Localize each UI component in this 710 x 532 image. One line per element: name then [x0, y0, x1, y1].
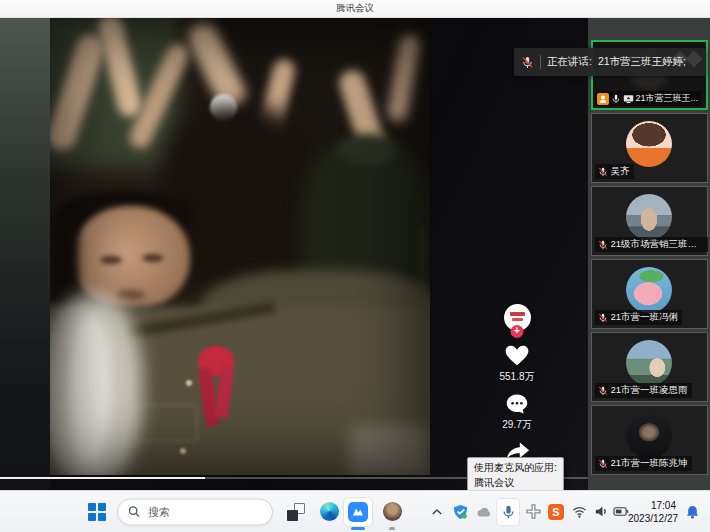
dpad-icon — [526, 504, 541, 519]
participant-name: 21市营一班陈兆坤 — [611, 457, 688, 470]
notification-bell-icon — [685, 505, 700, 519]
participant-label: 21级市场营销三班虞喜... — [595, 237, 708, 252]
participant-avatar — [626, 121, 672, 167]
pinned-app-avatar-button[interactable] — [382, 502, 402, 522]
app-avatar-icon — [383, 502, 402, 521]
tooltip-line2: 腾讯会议 — [474, 476, 557, 491]
tooltip-line1: 使用麦克风的应用: — [474, 461, 557, 476]
shared-video-content — [50, 18, 430, 475]
participant-avatar — [626, 340, 672, 386]
speaker-icon — [594, 504, 609, 519]
participant-avatar — [626, 267, 672, 313]
mic-muted-icon — [598, 167, 608, 177]
watermark — [674, 53, 700, 65]
mic-muted-icon — [598, 386, 608, 396]
windows-logo-icon — [88, 503, 106, 521]
meeting-main-area: + 551.8万 29.7万 36.4万 — [0, 18, 710, 491]
taskbar-search[interactable] — [117, 498, 273, 525]
mic-on-icon — [611, 94, 621, 104]
participant-name: 21市营三班王... — [636, 92, 699, 105]
task-view-button[interactable] — [287, 503, 305, 521]
cloud-icon — [476, 505, 492, 518]
heart-icon — [504, 344, 530, 367]
participants-sidebar: 21市营三班王... 吴齐 21级市场营销三班虞喜... — [588, 18, 710, 491]
mic-muted-icon — [521, 56, 534, 69]
battery-icon — [613, 504, 629, 519]
microphone-tray-button[interactable] — [496, 498, 520, 526]
gamebar-tray-button[interactable] — [525, 504, 541, 520]
start-button[interactable] — [86, 501, 108, 523]
search-icon — [128, 506, 140, 518]
sogou-icon: S — [548, 504, 564, 520]
divider — [540, 55, 541, 69]
participant-tile[interactable]: 21级市场营销三班虞喜... — [591, 186, 708, 256]
participant-label: 21市营一班凌思雨 — [595, 383, 692, 398]
notification-center-button[interactable] — [684, 504, 700, 520]
edge-icon — [320, 502, 339, 521]
participant-tile[interactable]: 21市营一班冯俐 — [591, 259, 708, 329]
participant-tile[interactable]: 吴齐 — [591, 113, 708, 183]
participant-name: 吴齐 — [611, 165, 630, 178]
active-app-indicator — [351, 527, 365, 530]
participant-avatar — [626, 194, 672, 240]
search-input[interactable] — [146, 505, 250, 519]
wifi-icon — [572, 505, 587, 518]
participant-status-bar: 21市营三班王... — [595, 91, 702, 106]
sogou-input-button[interactable]: S — [548, 504, 564, 520]
tencent-meeting-button[interactable] — [343, 497, 373, 527]
taskbar: S 17:04 2023/12/27 — [0, 490, 710, 532]
creator-avatar: + — [504, 304, 531, 331]
screen-sharing-icon — [623, 94, 634, 104]
participant-name: 21市营一班凌思雨 — [611, 384, 688, 397]
window-title: 腾讯会议 — [336, 2, 374, 15]
chevron-up-icon — [431, 507, 443, 517]
participant-avatar — [626, 413, 672, 459]
tray-chevron-button[interactable] — [429, 504, 445, 520]
like-count: 551.8万 — [499, 370, 534, 384]
participant-name: 21市营一班冯俐 — [611, 311, 679, 324]
security-tray-button[interactable] — [451, 503, 469, 521]
video-blur-edge — [0, 18, 50, 491]
clock-time: 17:04 — [628, 499, 676, 512]
speaking-banner: 正在讲话: 21市营三班王婷婷; — [514, 48, 706, 76]
open-app-indicator — [389, 527, 395, 530]
taskbar-clock[interactable]: 17:04 2023/12/27 — [628, 499, 676, 525]
window-titlebar: 腾讯会议 — [0, 0, 710, 18]
mic-usage-tooltip: 使用麦克风的应用: 腾讯会议 — [467, 457, 564, 494]
host-badge-icon — [597, 93, 609, 105]
mic-muted-icon — [598, 313, 608, 323]
shield-icon — [452, 504, 469, 520]
participant-label: 21市营一班冯俐 — [595, 310, 683, 325]
speaking-label: 正在讲话: — [547, 55, 592, 69]
video-progress-fill — [0, 477, 205, 479]
tencent-meeting-icon — [348, 502, 368, 522]
participant-label: 吴齐 — [595, 164, 634, 179]
microphone-icon — [501, 505, 516, 519]
participant-name: 21级市场营销三班虞喜... — [611, 238, 704, 251]
wifi-tray-button[interactable] — [571, 504, 588, 520]
comment-count: 29.7万 — [502, 418, 531, 432]
shared-screen: + 551.8万 29.7万 36.4万 — [0, 18, 588, 491]
participant-tile[interactable]: 21市营一班凌思雨 — [591, 332, 708, 402]
follow-plus-icon: + — [511, 325, 524, 338]
mic-muted-icon — [598, 459, 608, 469]
participant-tile[interactable]: 21市营一班陈兆坤 — [591, 405, 708, 475]
comment-bubble-icon — [505, 393, 529, 415]
clock-date: 2023/12/27 — [628, 512, 676, 525]
volume-tray-button[interactable] — [593, 504, 610, 520]
cloud-tray-button[interactable] — [475, 503, 493, 521]
edge-browser-button[interactable] — [319, 502, 339, 522]
mic-muted-icon — [598, 240, 608, 250]
participant-label: 21市营一班陈兆坤 — [595, 456, 692, 471]
